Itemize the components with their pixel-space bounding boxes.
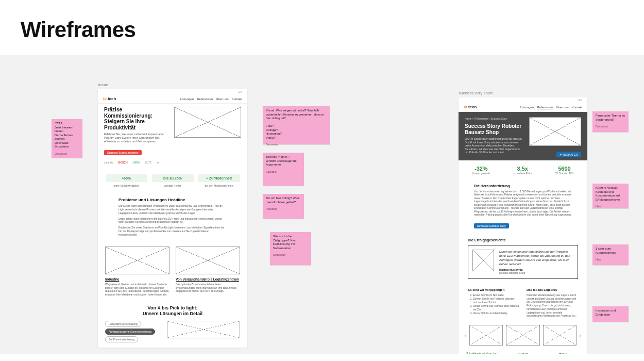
- page-title: Wireframes: [0, 0, 644, 55]
- lang-switch[interactable]: EN: [459, 97, 587, 102]
- stat-picks: 3,5xschnellere Picks: [513, 166, 532, 175]
- lang-switch[interactable]: EN: [98, 89, 247, 93]
- card-image-placeholder: [105, 247, 170, 274]
- hero-image-placeholder: [174, 107, 241, 138]
- client-logos: zalando BOSCH MEPA LUTZ xx: [98, 161, 247, 168]
- sticky-kurz[interactable]: Kürzere Version Kompakt und Konzentratio…: [592, 184, 629, 208]
- challenge-body: Um die Kommissionierung seiner bis zu 1.…: [474, 190, 572, 217]
- download-button[interactable]: Download Success Story: [474, 223, 509, 228]
- pill-set[interactable]: Set Kommissionierung: [105, 336, 138, 342]
- carousel-image: [543, 325, 577, 346]
- frame-label-success: success very short: [459, 91, 587, 95]
- carousel-image: [506, 325, 539, 346]
- challenge-title: Die Herausforderung: [474, 184, 572, 188]
- solution-image-placeholder: [167, 321, 240, 338]
- pill-pack2light[interactable]: Pack2light Systemlösung: [105, 321, 141, 327]
- success-hero-title: Success Story Roboter Bausatz Shop: [465, 123, 523, 135]
- carousel-image: [469, 325, 503, 346]
- main-nav[interactable]: LösungenReferenzenÜber unsKontakt: [177, 97, 242, 101]
- sticky-cta[interactable]: CTA? Jetzt beraten lassen Demo Termin bu…: [52, 119, 82, 158]
- stat-errors: bis zu 25%weniger Fehler: [152, 174, 194, 187]
- frame-label-home: home: [98, 83, 330, 87]
- quote-text: Durch die eindeutige Indentifizierung de…: [499, 250, 573, 266]
- result-column: Das ist das Ergebnis Dank der Modernisie…: [527, 288, 578, 318]
- solution-tabs[interactable]: Pack2light Systemlösung Auftragsbezogene…: [105, 321, 162, 342]
- avatar: [472, 250, 494, 271]
- success-hero-image: [529, 117, 581, 146]
- image-carousel[interactable]: ‹ ›: [459, 323, 587, 350]
- frame-success[interactable]: EN ix.tech LösungenReferenzenÜber unsKon…: [459, 97, 587, 354]
- result-stat: -50 %Wir haben zusammen ...: [545, 352, 581, 354]
- quote-role: Roboter Bausatz Shop: [499, 271, 573, 274]
- testimonial-box: Durch die eindeutige Indentifizierung de…: [468, 245, 578, 279]
- success-hero-body: 2014 in Saarbrücken gegründet bietet die…: [465, 137, 523, 154]
- problems-title: Probleme und Lösungen Headline: [118, 198, 227, 202]
- stat-roi: 560035 Stunden ROI: [555, 166, 574, 175]
- card-industrie[interactable]: Industrie Wegweisend, flexibel und indiv…: [105, 247, 170, 296]
- sticky-firma[interactable]: Firma oder Thema im Vordergrund? Discuss…: [592, 111, 629, 132]
- stat-speed: +60%mehr Geschwindigkeit: [106, 174, 147, 187]
- sticky-kundenstimme[interactable]: 1 sehr gute Kundenstimme Idea: [592, 244, 629, 265]
- approach-column: So sind wir vorgegangen Erster Schritt m…: [468, 288, 519, 318]
- sticky-problem[interactable]: Bin ich hier richtig? Wird mein Problem …: [263, 194, 304, 219]
- client-badge: ✦ ROBOTER: [556, 152, 581, 157]
- card-image-placeholder: [176, 247, 240, 274]
- result-stat: Schnellere Abwicklung durch Vorrausschau…: [465, 352, 501, 354]
- sticky-benefits[interactable]: Benefits in grün + wirklich überzeugende…: [263, 153, 304, 186]
- chevron-right-icon[interactable]: ›: [580, 333, 581, 338]
- wireframe-canvas: CTA? Jetzt beraten lassen Demo Termin bu…: [0, 55, 644, 354]
- story-title: Die Erfolgsgeschichte: [468, 238, 578, 242]
- result-stat: +60 %in kürzerer Zeit: [505, 352, 541, 354]
- hero-cta-button[interactable]: Success Storys ansehen: [104, 150, 142, 155]
- card-versandhandel[interactable]: Von Versandhandel bis Logistikzentrum Da…: [176, 247, 240, 296]
- frame-home[interactable]: EN ix.tech LösungenReferenzenÜber unsKon…: [98, 89, 247, 348]
- sticky-visual[interactable]: Visual: Was zeigen wir initial? Was hilf…: [263, 106, 330, 144]
- hero-body: Erfahren Sie, wie unser individuell anpa…: [104, 133, 167, 143]
- logo[interactable]: ix.tech: [464, 105, 477, 109]
- sticky-audience[interactable]: Wie sucht die Zielgruppe? Nach Detaillös…: [270, 232, 311, 265]
- breadcrumb[interactable]: Home > Referenzen > Success Story: [465, 117, 523, 120]
- main-nav[interactable]: LösungenReferenzenÜber unsKontakt: [517, 106, 582, 109]
- chevron-left-icon[interactable]: ‹: [465, 333, 466, 338]
- stat-cost: -32%Kosten gesenkt: [472, 166, 490, 175]
- stat-satisfaction: + Zufriedenheitbei den Mitarbeiter:innen: [198, 174, 240, 187]
- logo[interactable]: ix.tech: [103, 96, 116, 101]
- solutions-title: Von X bis Pick to light:Unsere Lösungen …: [105, 305, 240, 317]
- hero-title: Präzise Kommissionierung: Steigern Sie I…: [104, 107, 167, 130]
- pill-auftrag[interactable]: Auftragsbezogene Kommissionierung: [105, 329, 155, 335]
- sticky-inspiration[interactable]: Inspiration und Entdecken: [592, 306, 629, 322]
